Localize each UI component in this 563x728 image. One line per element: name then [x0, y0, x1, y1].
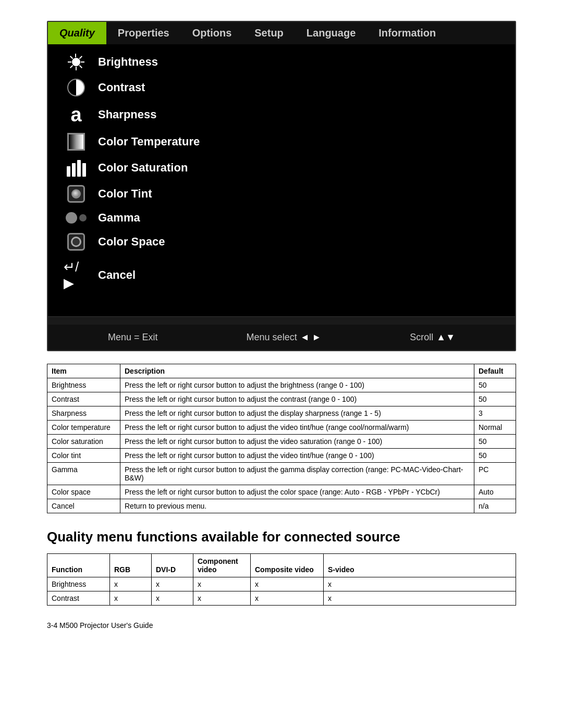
func-component: x: [193, 577, 251, 591]
ref-item-description: Press the left or right cursor button to…: [120, 449, 474, 463]
func-dvid: x: [152, 577, 193, 591]
func-function: Brightness: [47, 577, 110, 591]
ref-table-row: Brightness Press the left or right curso…: [47, 378, 516, 392]
func-function: Contrast: [47, 591, 110, 606]
ref-item-name: Gamma: [47, 463, 120, 485]
menu-bar: Quality Properties Options Setup Languag…: [48, 22, 515, 44]
ref-item-default: PC: [474, 463, 516, 485]
left-right-arrows: ◄ ►: [300, 332, 322, 343]
color-space-icon: [64, 233, 89, 251]
contrast-icon: [64, 79, 89, 96]
ref-table-row: Sharpness Press the left or right cursor…: [47, 406, 516, 421]
ref-item-default: Auto: [474, 485, 516, 499]
ref-item-description: Press the left or right cursor button to…: [120, 435, 474, 449]
sharpness-label: Sharpness: [98, 108, 157, 121]
ref-item-name: Color saturation: [47, 435, 120, 449]
func-component: x: [193, 591, 251, 606]
page-footer: 3-4 M500 Projector User's Guide: [47, 621, 516, 630]
brightness-label: Brightness: [98, 55, 158, 69]
menu-item-color-tint[interactable]: Color Tint: [48, 181, 515, 207]
menu-item-gamma[interactable]: Gamma: [48, 207, 515, 229]
menu-item-color-temperature[interactable]: Color Temperature: [48, 129, 515, 155]
tab-information[interactable]: Information: [367, 22, 447, 44]
func-rgb: x: [110, 577, 152, 591]
menu-item-sharpness[interactable]: a Sharpness: [48, 101, 515, 129]
cancel-label: Cancel: [98, 268, 136, 282]
menu-items-list: Brightness Contrast a Sharpness Color Te…: [48, 44, 515, 311]
col-header-item: Item: [47, 364, 120, 378]
up-down-arrows: ▲▼: [436, 332, 455, 343]
func-rgb: x: [110, 591, 152, 606]
cancel-icon: ↵/▶: [64, 259, 89, 291]
func-composite: x: [251, 591, 324, 606]
menu-item-brightness[interactable]: Brightness: [48, 50, 515, 75]
scroll-label: Scroll ▲▼: [410, 332, 455, 343]
ref-item-description: Press the left or right cursor button to…: [120, 392, 474, 406]
func-col-component: Component video: [193, 554, 251, 577]
functions-table: Function RGB DVI-D Component video Compo…: [47, 553, 516, 606]
sharpness-icon: a: [64, 105, 89, 125]
color-tint-label: Color Tint: [98, 187, 152, 201]
func-col-function: Function: [47, 554, 110, 577]
func-table-row: Contrast x x x x x: [47, 591, 516, 606]
menu-item-color-saturation[interactable]: Color Saturation: [48, 155, 515, 181]
func-svideo: x: [324, 591, 516, 606]
ref-item-name: Cancel: [47, 499, 120, 513]
func-table-row: Brightness x x x x x: [47, 577, 516, 591]
ref-item-description: Press the left or right cursor button to…: [120, 485, 474, 499]
func-composite: x: [251, 577, 324, 591]
tab-setup[interactable]: Setup: [243, 22, 295, 44]
ref-table-row: Cancel Return to previous menu. n/a: [47, 499, 516, 513]
ref-item-name: Brightness: [47, 378, 120, 392]
ref-table-row: Color space Press the left or right curs…: [47, 485, 516, 499]
tab-options[interactable]: Options: [181, 22, 243, 44]
ref-item-name: Contrast: [47, 392, 120, 406]
tab-language[interactable]: Language: [295, 22, 367, 44]
reference-table: Item Description Default Brightness Pres…: [47, 364, 516, 513]
osd-footer: Menu = Exit Menu select ◄ ► Scroll ▲▼: [48, 325, 515, 350]
gamma-icon: [64, 212, 89, 224]
gamma-label: Gamma: [98, 211, 140, 225]
tab-quality[interactable]: Quality: [48, 22, 106, 44]
reference-table-wrap: Item Description Default Brightness Pres…: [47, 364, 516, 513]
ref-item-description: Press the left or right cursor button to…: [120, 463, 474, 485]
ref-item-default: Normal: [474, 421, 516, 435]
func-col-dvid: DVI-D: [152, 554, 193, 577]
ref-item-default: 50: [474, 449, 516, 463]
menu-item-cancel[interactable]: ↵/▶ Cancel: [48, 255, 515, 295]
col-header-default: Default: [474, 364, 516, 378]
color-space-label: Color Space: [98, 235, 165, 249]
ref-item-default: 3: [474, 406, 516, 421]
menu-select-label: Menu select ◄ ►: [247, 332, 322, 343]
ref-item-description: Return to previous menu.: [120, 499, 474, 513]
contrast-label: Contrast: [98, 81, 145, 94]
section-heading: Quality menu functions available for con…: [47, 529, 516, 545]
color-saturation-label: Color Saturation: [98, 161, 188, 175]
ref-item-description: Press the left or right cursor button to…: [120, 406, 474, 421]
ref-item-default: 50: [474, 378, 516, 392]
menu-item-contrast[interactable]: Contrast: [48, 75, 515, 101]
ref-item-name: Color space: [47, 485, 120, 499]
ref-item-name: Color temperature: [47, 421, 120, 435]
color-temperature-label: Color Temperature: [98, 135, 200, 149]
func-dvid: x: [152, 591, 193, 606]
ref-table-row: Gamma Press the left or right cursor but…: [47, 463, 516, 485]
ref-item-name: Color tint: [47, 449, 120, 463]
ref-table-row: Color temperature Press the left or righ…: [47, 421, 516, 435]
ref-item-default: 50: [474, 392, 516, 406]
ref-item-default: n/a: [474, 499, 516, 513]
color-temperature-icon: [64, 133, 89, 151]
menu-item-color-space[interactable]: Color Space: [48, 229, 515, 255]
func-col-rgb: RGB: [110, 554, 152, 577]
menu-exit-label: Menu = Exit: [108, 332, 158, 343]
func-col-svideo: S-video: [324, 554, 516, 577]
func-svideo: x: [324, 577, 516, 591]
osd-screen: Quality Properties Options Setup Languag…: [47, 21, 516, 351]
ref-item-description: Press the left or right cursor button to…: [120, 378, 474, 392]
color-saturation-icon: [64, 159, 89, 177]
tab-properties[interactable]: Properties: [106, 22, 181, 44]
ref-table-row: Color tint Press the left or right curso…: [47, 449, 516, 463]
osd-bottom-bar: [48, 316, 515, 325]
func-col-composite: Composite video: [251, 554, 324, 577]
ref-table-row: Contrast Press the left or right cursor …: [47, 392, 516, 406]
